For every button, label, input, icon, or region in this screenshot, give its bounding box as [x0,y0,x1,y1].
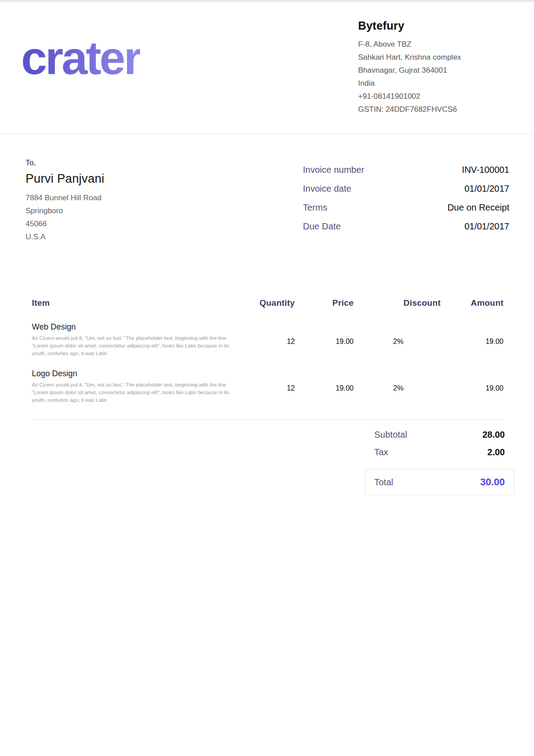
item-amount: 19.00 [441,369,503,392]
due-date-value: 01/01/2017 [464,221,509,232]
item-discount: 2% [354,369,441,392]
invoice-number-value: INV-100001 [462,165,509,175]
customer-address-line: Springboro [26,204,104,217]
invoice-date-label: Invoice date [303,184,351,194]
company-address-line: India [358,77,484,90]
due-date-row: Due Date 01/01/2017 [303,221,509,232]
total-value: 30.00 [480,476,505,488]
table-row: Web Design As Cicero would put it, “Um, … [32,322,503,357]
company-info: Bytefury F-8, Above TBZ Sahkari Hart, Kr… [358,16,484,116]
subtotal-label: Subtotal [374,430,407,440]
column-header-price: Price [295,298,354,308]
subtotal-row: Subtotal 28.00 [365,430,514,440]
company-phone: +91-08141901002 [358,90,484,103]
item-price: 19.00 [295,369,354,392]
due-date-label: Due Date [303,221,341,232]
items-table: Item Quantity Price Discount Amount Web … [32,298,503,420]
customer-address-line: U.S.A [26,230,104,243]
terms-value: Due on Receipt [447,202,509,213]
item-quantity: 12 [243,369,295,392]
tax-value: 2.00 [487,447,505,457]
tax-label: Tax [374,447,388,457]
crater-logo: crater [21,35,140,81]
column-header-discount: Discount [354,298,441,308]
item-discount: 2% [354,322,441,346]
invoice-header: crater Bytefury F-8, Above TBZ Sahkari H… [0,2,534,134]
customer-address-line: 45066 [26,217,104,230]
item-name: Web Design [32,322,243,332]
table-row: Logo Design As Cicero would put it, “Um,… [32,369,503,404]
item-cell: Web Design As Cicero would put it, “Um, … [32,322,243,357]
customer-address-line: 7884 Bunnel Hill Road [26,191,104,204]
column-header-amount: Amount [441,298,503,308]
terms-label: Terms [303,202,327,213]
billing-section: To, Purvi Panjvani 7884 Bunnel Hill Road… [0,134,534,243]
invoice-meta: Invoice number INV-100001 Invoice date 0… [303,158,509,243]
bill-to-block: To, Purvi Panjvani 7884 Bunnel Hill Road… [26,158,104,243]
item-description: As Cicero would put it, “Um, not so fast… [32,381,229,404]
company-gstin: GSTIN: 24DDF7682FHVCS6 [358,103,484,116]
invoice-number-row: Invoice number INV-100001 [303,165,509,175]
item-price: 19.00 [295,322,354,346]
item-description: As Cicero would put it, “Um, not so fast… [32,334,229,357]
column-header-item: Item [32,298,243,308]
totals-summary: Subtotal 28.00 Tax 2.00 Total 30.00 [365,430,514,495]
item-quantity: 12 [243,322,295,346]
company-address-line: Bhavnagar, Gujrat 364001 [358,64,484,77]
invoice-date-row: Invoice date 01/01/2017 [303,184,509,194]
invoice-date-value: 01/01/2017 [464,184,509,194]
company-address-line: Sahkari Hart, Krishna complex [358,51,484,64]
item-amount: 19.00 [441,322,503,346]
company-name: Bytefury [358,19,484,32]
item-name: Logo Design [32,369,243,378]
invoice-number-label: Invoice number [303,165,364,175]
tax-row: Tax 2.00 [365,447,514,457]
company-address-line: F-8, Above TBZ [358,38,484,51]
total-box: Total 30.00 [365,469,514,495]
subtotal-value: 28.00 [482,430,505,440]
customer-name: Purvi Panjvani [26,172,104,186]
item-cell: Logo Design As Cicero would put it, “Um,… [32,369,243,404]
total-label: Total [374,477,393,488]
terms-row: Terms Due on Receipt [303,202,509,213]
items-table-header: Item Quantity Price Discount Amount [32,298,503,308]
column-header-quantity: Quantity [243,298,295,308]
bill-to-label: To, [26,158,104,167]
